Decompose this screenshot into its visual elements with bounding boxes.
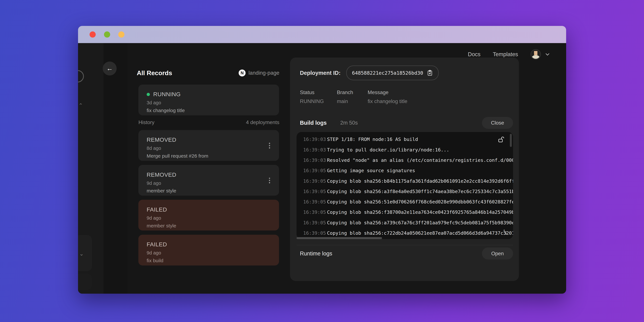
log-line: 16:39:05 Copying blob sha256:51e0d706266… <box>296 197 513 207</box>
deployment-card[interactable]: FAILED 9d ago fix build <box>138 235 279 266</box>
message-label: Message <box>368 89 408 95</box>
deployment-age: 3d ago <box>147 100 271 105</box>
log-timestamp: 16:39:03 <box>303 137 327 142</box>
log-line: 16:39:05 Getting image source signatures <box>296 165 513 176</box>
deployment-age: 9d ago <box>147 250 271 256</box>
deployment-card[interactable]: FAILED 9d ago member style <box>138 200 279 230</box>
back-button[interactable]: ← <box>103 62 117 75</box>
status-label: Status <box>300 89 337 95</box>
account-menu[interactable] <box>530 49 550 60</box>
log-line: 16:39:05 Copying blob sha256:f38700a2e11… <box>296 207 513 217</box>
message-value: fix changelog title <box>368 98 408 104</box>
log-timestamp: 16:39:05 <box>303 168 327 173</box>
chevron-down-icon[interactable] <box>545 52 550 57</box>
log-line: 16:39:03 STEP 1/18: FROM node:16 AS buil… <box>296 134 513 145</box>
deployment-age: 9d ago <box>147 215 271 221</box>
deployment-id-pill[interactable]: 648588221ec275a18526bd30 <box>346 66 439 80</box>
window-titlebar <box>78 26 566 43</box>
panel-divider <box>296 245 513 245</box>
app-window: ⌃ ⌄ Docs Templates ← All Records N <box>78 26 566 294</box>
log-message: Copying blob sha256:51e0d706266f768c6ed0… <box>327 199 513 205</box>
log-timestamp: 16:39:05 <box>303 189 327 194</box>
history-count: 4 deployments <box>246 119 279 125</box>
deployment-card[interactable]: REMOVED 9d ago member style <box>138 165 279 196</box>
log-message: Copying blob sha256:a739c67a76c3ff201aa9… <box>327 220 513 225</box>
build-logs-header: Build logs 2m 50s Close <box>300 117 513 129</box>
status-value: RUNNING <box>300 98 337 104</box>
deployment-detail-panel: Deployment ID: 648588221ec275a18526bd30 … <box>290 57 519 281</box>
chevron-down-icon: ⌄ <box>79 251 84 257</box>
log-line: 16:39:05 Copying blob sha256:b84b1175afa… <box>296 176 513 186</box>
deployment-id-row: Deployment ID: 648588221ec275a18526bd30 <box>300 66 439 80</box>
minimize-window-button[interactable] <box>104 31 110 38</box>
nav-docs-link[interactable]: Docs <box>468 51 480 57</box>
card-menu-button[interactable] <box>267 143 272 149</box>
build-log-viewer[interactable]: 16:39:03 STEP 1/18: FROM node:16 AS buil… <box>296 132 513 239</box>
close-build-logs-button[interactable]: Close <box>482 117 513 129</box>
log-message: Copying blob sha256:f38700a2e11ea7634ce0… <box>327 209 513 215</box>
scroll-cursor-arrows: ↑↓ <box>503 228 506 234</box>
log-message: STEP 1/18: FROM node:16 AS build <box>327 137 418 142</box>
deployment-id-value: 648588221ec275a18526bd30 <box>352 70 423 76</box>
log-timestamp: 16:39:05 <box>303 199 327 205</box>
log-timestamp: 16:39:03 <box>303 158 327 163</box>
records-column: All Records N landing-page RUNNING 3d ag… <box>127 43 290 294</box>
copy-to-clipboard-icon[interactable] <box>427 70 433 76</box>
log-line: 16:39:05 Copying blob sha256:a3f8e4a0ed5… <box>296 186 513 197</box>
arrow-up-icon: ↑ <box>503 228 505 234</box>
horizontal-scrollbar[interactable] <box>296 237 382 239</box>
app-content: ⌃ ⌄ Docs Templates ← All Records N <box>78 43 566 294</box>
vertical-scrollbar[interactable] <box>510 134 512 147</box>
close-window-button[interactable] <box>90 31 96 38</box>
nav-templates-link[interactable]: Templates <box>493 51 518 57</box>
open-runtime-logs-button[interactable]: Open <box>482 248 513 259</box>
deployment-status: FAILED <box>147 206 167 213</box>
log-line: 16:39:03 Trying to pull docker.io/librar… <box>296 145 513 155</box>
page-title: All Records <box>137 69 172 77</box>
project-badge[interactable]: N landing-page <box>238 69 279 76</box>
log-lines: 16:39:03 STEP 1/18: FROM node:16 AS buil… <box>296 134 513 238</box>
desktop-background: ⌃ ⌄ Docs Templates ← All Records N <box>0 0 644 322</box>
deployment-card-current[interactable]: RUNNING 3d ago fix changelog title <box>138 85 279 115</box>
deployment-id-label: Deployment ID: <box>300 70 341 76</box>
deployment-status: RUNNING <box>153 91 181 98</box>
branch-value: main <box>337 98 368 104</box>
user-avatar[interactable] <box>530 49 541 60</box>
log-line: 16:39:05 Copying blob sha256:c722db24a05… <box>296 228 513 238</box>
log-line: 16:39:03 Resolved "node" as an alias (/e… <box>296 155 513 165</box>
deployment-message: fix build <box>147 258 271 263</box>
zoom-window-button[interactable] <box>118 31 124 38</box>
log-timestamp: 16:39:03 <box>303 147 327 153</box>
deployment-status: REMOVED <box>147 137 176 143</box>
arrow-down-icon: ↓ <box>505 229 506 235</box>
records-header: All Records N landing-page <box>137 69 279 77</box>
card-menu-button[interactable] <box>267 178 272 184</box>
runtime-logs-row: Runtime logs Open <box>300 247 513 260</box>
background-card-fragment <box>78 274 92 290</box>
log-message: Resolved "node" as an alias (/etc/contai… <box>327 158 513 163</box>
deployment-status: REMOVED <box>147 171 176 178</box>
deployment-message: member style <box>147 223 271 229</box>
chevron-up-icon: ⌃ <box>78 102 83 109</box>
runtime-logs-title: Runtime logs <box>300 250 332 257</box>
deployment-message: Merge pull request #26 from <box>147 153 271 159</box>
deployment-card[interactable]: REMOVED 8d ago Merge pull request #26 fr… <box>138 130 279 161</box>
nextjs-logo-icon: N <box>238 69 246 76</box>
deployment-status: FAILED <box>147 241 167 248</box>
deployment-age: 8d ago <box>147 146 271 151</box>
log-timestamp: 16:39:05 <box>303 178 327 184</box>
deployment-meta: Status RUNNING Branch main Message fix c… <box>300 89 407 104</box>
log-timestamp: 16:39:05 <box>303 209 327 215</box>
log-message: Copying blob sha256:a3f8e4a0ed530ff1c74a… <box>327 189 513 194</box>
branch-label: Branch <box>337 89 368 95</box>
build-duration: 2m 50s <box>340 120 358 126</box>
project-name: landing-page <box>248 70 279 76</box>
running-status-dot <box>147 93 150 96</box>
deployment-age: 9d ago <box>147 181 271 186</box>
log-message: Copying blob sha256:c722db24a050621ee87e… <box>327 230 513 236</box>
deployment-message: fix changelog title <box>147 108 271 113</box>
log-line: 16:39:05 Copying blob sha256:a739c67a76c… <box>296 217 513 228</box>
log-message: Copying blob sha256:b84b1175afa361fdad62… <box>327 178 513 184</box>
log-timestamp: 16:39:05 <box>303 220 327 225</box>
lock-open-icon[interactable] <box>498 136 504 143</box>
